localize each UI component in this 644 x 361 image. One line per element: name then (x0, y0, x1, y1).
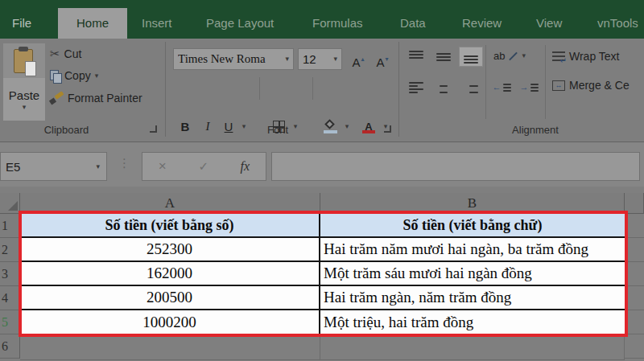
ribbon-tab-bar: File Home Insert Page Layout Formulas Da… (0, 0, 644, 39)
align-top-button[interactable] (404, 47, 428, 67)
select-all-corner[interactable] (0, 193, 20, 214)
paste-button[interactable]: Paste ▾ (3, 43, 45, 121)
merge-arrow-icon: ↔ (555, 81, 563, 89)
formula-buttons: × ✓ fx (142, 152, 266, 181)
font-dialog-launcher-icon[interactable] (384, 125, 391, 133)
wrap-return-arrow-icon: ↵ (560, 56, 567, 65)
format-painter-icon (50, 92, 64, 105)
tab-home[interactable]: Home (58, 8, 127, 39)
row-header-5[interactable]: 5 (0, 310, 20, 334)
tab-view[interactable]: View (536, 8, 562, 39)
cut-icon: ✂ (50, 47, 60, 61)
increase-indent-icon: → (520, 83, 539, 92)
merge-center-icon: ↔ (552, 80, 565, 91)
orientation-diagonal-icon (510, 51, 518, 60)
spreadsheet: A B 1 2 3 4 5 6 Số tiền (viết bằng số) S… (0, 187, 644, 361)
alignment-subgroup-separator-2 (545, 45, 546, 119)
select-all-triangle-icon (8, 201, 18, 211)
increase-font-size-button[interactable]: A ▴ (347, 50, 369, 69)
increase-indent-button[interactable]: → (517, 77, 541, 97)
wrap-text-button[interactable]: ↵ Wrap Text (552, 50, 620, 63)
font-name-value: Times New Roma (178, 52, 282, 66)
group-separator (165, 42, 166, 137)
decrease-indent-button[interactable]: ← (489, 77, 514, 97)
font-subgroup-separator (259, 77, 260, 100)
formula-input[interactable] (271, 152, 640, 181)
row-header-3[interactable]: 3 (0, 262, 20, 286)
decrease-font-size-button[interactable]: A ▾ (371, 50, 394, 69)
font-name-caret-icon: ▾ (285, 55, 289, 63)
cell-B6[interactable] (320, 336, 625, 360)
formula-bar: E5 ▾ ⋮ × ✓ fx (0, 142, 644, 187)
copy-button[interactable]: Copy ▾ (50, 69, 98, 82)
tab-page-layout[interactable]: Page Layout (206, 8, 274, 39)
fill-color-icon (324, 120, 338, 133)
cut-button[interactable]: ✂ Cut (50, 47, 81, 61)
font-size-select[interactable]: 12 ▾ (298, 48, 342, 70)
tab-vntools[interactable]: vnTools (597, 8, 638, 39)
format-painter-button[interactable]: Format Painter (50, 92, 142, 105)
cancel-button[interactable]: × (159, 158, 167, 174)
fill-color-caret[interactable]: ▾ (341, 116, 353, 137)
wrap-text-icon: ↵ (552, 51, 565, 62)
tab-data[interactable]: Data (400, 8, 426, 39)
clipboard-group-label: Clipboard (16, 122, 117, 138)
insert-function-button[interactable]: fx (241, 159, 250, 174)
bold-button[interactable]: B (175, 116, 195, 137)
decrease-font-arrow-icon: ▾ (386, 55, 389, 63)
font-name-select[interactable]: Times New Roma ▾ (173, 48, 294, 70)
paste-clipboard-icon (14, 47, 35, 75)
formula-bar-grip-icon[interactable]: ⋮ (118, 156, 130, 170)
tab-insert[interactable]: Insert (142, 8, 172, 39)
decrease-font-letter: A (376, 55, 384, 69)
paste-label-box: Paste ▾ (3, 78, 45, 121)
name-box-caret-icon[interactable]: ▾ (96, 163, 100, 170)
name-box[interactable]: E5 ▾ (0, 152, 107, 181)
decrease-indent-icon: ← (493, 83, 511, 92)
highlight-border (19, 211, 628, 337)
ribbon: Paste ▾ ✂ Cut Copy ▾ Format Painter Clip… (0, 39, 644, 142)
cell-C6[interactable] (625, 334, 644, 359)
orientation-letters: ab (493, 50, 505, 62)
row-header-4[interactable]: 4 (0, 286, 20, 310)
format-painter-label: Format Painter (68, 92, 142, 105)
decrease-indent-arrow-icon: ← (493, 83, 502, 92)
tab-review[interactable]: Review (462, 8, 502, 39)
enter-button[interactable]: ✓ (198, 159, 208, 174)
font-subgroup-separator-2 (312, 77, 313, 100)
font-group-label: Font (233, 122, 322, 138)
fill-color-button[interactable] (320, 116, 341, 137)
row-header-6[interactable]: 6 (0, 334, 20, 359)
alignment-group-label: Alignment (483, 122, 588, 138)
tab-file[interactable]: File (12, 8, 31, 39)
align-bottom-button[interactable] (459, 47, 483, 67)
group-separator-2 (398, 42, 399, 137)
orientation-button[interactable]: ab ▾ (493, 50, 526, 62)
name-box-value: E5 (6, 160, 96, 174)
cell-A6[interactable] (20, 336, 320, 360)
align-right-button[interactable] (459, 77, 483, 97)
font-color-button[interactable]: A (359, 116, 378, 137)
tab-formulas[interactable]: Formulas (312, 8, 363, 39)
decrease-indent-bars (503, 84, 511, 92)
align-left-button[interactable] (404, 77, 428, 97)
align-center-icon (436, 82, 451, 93)
font-size-value: 12 (303, 52, 330, 66)
paste-dropdown-caret[interactable]: ▾ (23, 104, 27, 111)
wrap-text-label: Wrap Text (569, 50, 620, 63)
merge-center-button[interactable]: ↔ Merge & Ce (552, 79, 630, 92)
paste-label: Paste (9, 88, 39, 102)
merge-center-label: Merge & Ce (569, 79, 630, 92)
cut-label: Cut (64, 47, 82, 60)
italic-button[interactable]: I (200, 116, 216, 137)
increase-indent-bars (530, 84, 539, 92)
row-header-1[interactable]: 1 (0, 214, 20, 238)
font-size-caret-icon: ▾ (333, 55, 337, 63)
align-center-button[interactable] (431, 77, 456, 97)
copy-dropdown-caret[interactable]: ▾ (95, 72, 99, 80)
row-header-2[interactable]: 2 (0, 238, 20, 262)
increase-font-arrow-icon: ▴ (361, 55, 365, 63)
align-right-icon (464, 82, 478, 93)
align-middle-button[interactable] (431, 47, 456, 67)
clipboard-dialog-launcher-icon[interactable] (150, 125, 157, 133)
